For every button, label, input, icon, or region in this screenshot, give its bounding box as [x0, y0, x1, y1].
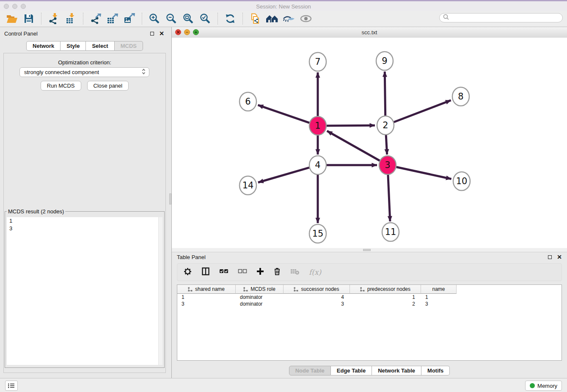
toolbar-separator — [242, 13, 243, 25]
graph-node-label-3: 3 — [385, 160, 390, 170]
edge-2-3[interactable] — [386, 134, 387, 155]
column-header-successor-nodes[interactable]: successor nodes — [284, 285, 350, 294]
column-header-shared-name[interactable]: shared name — [177, 285, 236, 294]
table-row[interactable]: 3 dominator 3 2 3 — [177, 301, 561, 307]
column-header-mcds-role[interactable]: MCDS role — [236, 285, 284, 294]
main-toolbar — [0, 11, 567, 27]
tab-node-table[interactable]: Node Table — [289, 366, 331, 375]
table-settings-gear-icon[interactable] — [183, 267, 192, 278]
zoom-fit-icon[interactable] — [182, 12, 195, 25]
zoom-out-icon[interactable] — [165, 12, 178, 25]
list-icon — [8, 383, 15, 388]
column-header-predecessor-nodes[interactable]: predecessor nodes — [350, 285, 421, 294]
edge-1-6[interactable] — [258, 105, 310, 123]
toolbar-separator — [217, 13, 218, 25]
export-table-icon[interactable] — [106, 12, 119, 25]
network-window-titlebar: ✕ − + scc.txt — [172, 27, 567, 38]
float-table-panel-icon[interactable] — [548, 255, 552, 259]
edge-4-14[interactable] — [258, 168, 309, 182]
close-panel-icon[interactable]: ✕ — [159, 31, 164, 36]
show-graphics-details-icon[interactable] — [300, 12, 312, 25]
mcds-panel: Optimization criterion: strongly connect… — [3, 53, 166, 373]
result-scrollbar[interactable] — [158, 217, 162, 365]
zoom-in-icon[interactable] — [148, 12, 161, 25]
vertical-splitter-handle[interactable] — [169, 193, 171, 204]
control-panel-tabs: Network Style Select MCDS — [0, 41, 169, 51]
horizontal-splitter-handle[interactable] — [363, 249, 371, 251]
tab-edge-table[interactable]: Edge Table — [331, 366, 372, 375]
horizontal-splitter[interactable] — [172, 248, 567, 252]
create-column-plus-icon[interactable] — [256, 268, 264, 277]
window-title: Session: New Session — [0, 3, 567, 10]
table-toolbar: f(x) — [177, 263, 562, 281]
edge-2-8[interactable] — [394, 100, 451, 122]
tab-style[interactable]: Style — [61, 41, 86, 51]
table-panel-title: Table Panel — [172, 252, 567, 262]
column-type-icon — [360, 287, 365, 292]
deselect-all-rows-icon[interactable] — [238, 268, 247, 276]
edge-3-1[interactable] — [327, 131, 380, 160]
graph-node-label-10: 10 — [456, 176, 468, 186]
column-type-icon — [188, 287, 193, 292]
graph-node-label-7: 7 — [315, 57, 320, 67]
export-image-icon[interactable] — [123, 12, 136, 25]
select-all-rows-icon[interactable] — [219, 268, 228, 276]
graph-node-label-15: 15 — [312, 229, 324, 239]
toolbar-separator — [41, 13, 41, 25]
status-bar: Memory — [0, 378, 567, 392]
graph-node-label-14: 14 — [242, 180, 254, 190]
import-table-icon[interactable] — [64, 12, 77, 25]
close-panel-button[interactable]: Close panel — [87, 81, 129, 91]
hide-graphics-details-icon[interactable] — [283, 12, 295, 25]
select-stepper-icon — [142, 69, 146, 76]
tab-network-table[interactable]: Network Table — [372, 366, 421, 375]
clone-network-icon[interactable] — [249, 12, 261, 25]
graph-node-label-6: 6 — [245, 97, 250, 107]
mcds-result-item: 1 — [7, 217, 162, 225]
search-icon — [443, 14, 449, 22]
mcds-result-title: MCDS result (2 nodes) — [7, 208, 65, 215]
column-type-icon — [243, 287, 248, 292]
graph-node-label-2: 2 — [383, 120, 388, 130]
memory-button[interactable]: Memory — [525, 381, 562, 391]
function-builder-icon: f(x) — [309, 268, 321, 276]
tab-mcds[interactable]: MCDS — [115, 41, 143, 51]
refresh-view-icon[interactable] — [224, 12, 237, 25]
export-network-icon[interactable] — [89, 12, 102, 25]
criterion-select[interactable]: strongly connected component — [19, 67, 149, 77]
control-panel-title: Control Panel — [0, 27, 169, 40]
home-view-icon[interactable] — [266, 12, 278, 25]
search-box[interactable] — [439, 13, 563, 22]
table-row[interactable]: 1 dominator 4 1 1 — [177, 294, 561, 301]
float-panel-icon[interactable] — [150, 32, 154, 36]
graph-node-label-1: 1 — [315, 121, 320, 131]
table-tabs: Node Table Edge Table Network Table Moti… — [172, 366, 567, 375]
zoom-selected-icon[interactable] — [199, 12, 212, 25]
save-session-icon[interactable] — [22, 12, 35, 25]
edge-3-11[interactable] — [388, 174, 390, 221]
delete-column-trash-icon[interactable] — [273, 267, 281, 277]
run-mcds-button[interactable]: Run MCDS — [41, 81, 81, 91]
mcds-result-list[interactable]: 1 3 — [7, 217, 162, 365]
network-view-window: ✕ − + scc.txt 7968124314101511 — [172, 27, 567, 248]
tab-network[interactable]: Network — [26, 41, 61, 51]
network-canvas[interactable]: 7968124314101511 — [172, 38, 567, 248]
graph-node-label-9: 9 — [382, 56, 387, 66]
edge-2-9[interactable] — [385, 72, 385, 116]
tab-select[interactable]: Select — [86, 41, 114, 51]
edge-3-10[interactable] — [396, 167, 451, 179]
show-columns-icon[interactable] — [201, 267, 210, 277]
search-input[interactable] — [451, 14, 559, 21]
import-network-icon[interactable] — [47, 12, 60, 25]
graph-node-label-4: 4 — [315, 160, 320, 170]
task-history-button[interactable] — [5, 381, 18, 391]
node-table[interactable]: shared name MCDS role successor nodes pr… — [177, 284, 562, 361]
tab-motifs[interactable]: Motifs — [421, 366, 450, 375]
delete-table-icon — [290, 268, 300, 276]
column-header-name[interactable]: name — [421, 285, 457, 294]
window-titlebar: Session: New Session — [0, 0, 567, 11]
edge-1-2[interactable] — [327, 125, 375, 126]
close-table-panel-icon[interactable]: ✕ — [557, 255, 562, 259]
network-window-title: scc.txt — [172, 29, 567, 36]
open-session-icon[interactable] — [6, 12, 18, 25]
